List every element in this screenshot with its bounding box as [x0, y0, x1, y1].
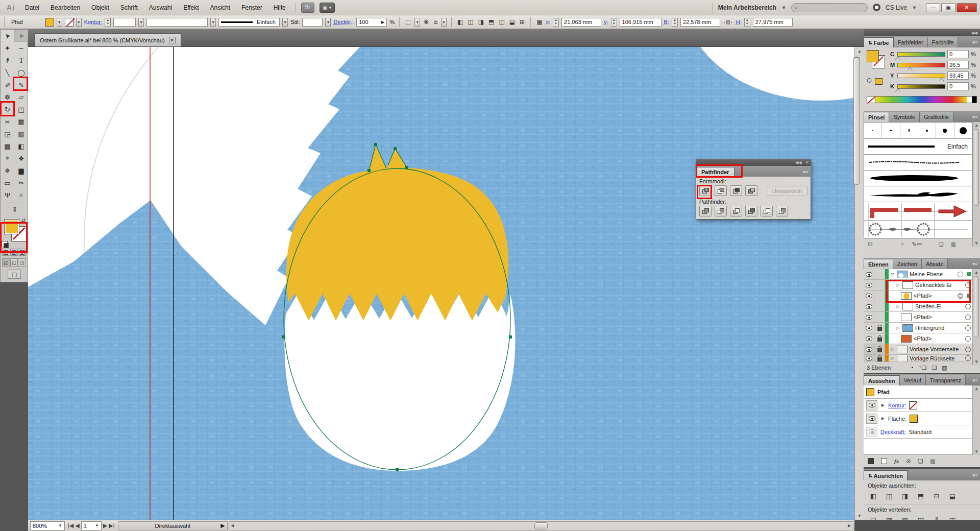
- default-fill-stroke-icon[interactable]: [2, 241, 8, 247]
- symbol-sprayer-tool[interactable]: ✵: [1, 164, 14, 177]
- spectrum-gradient[interactable]: [875, 96, 967, 103]
- delete-brush-icon[interactable]: ▥: [951, 241, 956, 248]
- layer-name[interactable]: Meine Ebene: [910, 271, 943, 277]
- tab-verlauf[interactable]: Verlauf: [900, 375, 926, 385]
- zoom-level-dropdown[interactable]: 800% ▼: [30, 521, 65, 530]
- opacity-label[interactable]: Deckkr.:: [333, 19, 354, 25]
- collapse-panel-icon[interactable]: ◀◀: [795, 160, 801, 165]
- layer-row-pfad-selected[interactable]: <Pfad>: [864, 291, 972, 301]
- horizontal-scroll-thumb[interactable]: [534, 522, 548, 529]
- layer-row-streifen-ei[interactable]: ▷ Streifen-Ei: [864, 301, 972, 312]
- x-field[interactable]: 21,063 mm: [561, 18, 601, 27]
- screen-mode-button[interactable]: ▢: [8, 270, 21, 279]
- color-spectrum-bar[interactable]: [867, 96, 977, 103]
- align-top-icon[interactable]: ⬒: [487, 18, 495, 26]
- menu-effekt[interactable]: Effekt: [179, 2, 203, 13]
- layer-name[interactable]: Vorlage Rückseite: [910, 355, 955, 361]
- target-icon[interactable]: [965, 347, 971, 352]
- visibility-toggle[interactable]: [866, 414, 877, 424]
- vertical-scrollbar[interactable]: ▲ ▼: [854, 47, 864, 520]
- layer-row-meine-ebene[interactable]: ▽ Meine Ebene: [864, 269, 972, 280]
- menu-hilfe[interactable]: Hilfe: [269, 2, 290, 13]
- eraser-tool[interactable]: ▱: [14, 91, 28, 103]
- status-menu-icon[interactable]: ▶: [220, 522, 225, 529]
- lock-toggle[interactable]: [874, 312, 885, 322]
- mesh-tool[interactable]: ▩: [1, 140, 14, 152]
- brush-item[interactable]: [864, 123, 882, 138]
- perspective-grid-tool[interactable]: ▦: [14, 128, 28, 140]
- expander-icon[interactable]: ▶: [880, 416, 885, 421]
- width-profile-dropdown[interactable]: ▼: [282, 18, 288, 27]
- tab-ausrichten[interactable]: ⇅ Ausrichten: [864, 470, 908, 480]
- direct-selection-tool[interactable]: ➤: [14, 30, 28, 42]
- free-transform-tool[interactable]: ▦: [14, 115, 28, 128]
- align-bottom-button[interactable]: ⬓: [947, 491, 958, 501]
- isolate-icon[interactable]: ⧈: [432, 18, 438, 26]
- type-tool[interactable]: T: [14, 54, 28, 66]
- tab-ebenen[interactable]: Ebenen: [864, 259, 893, 269]
- color-button[interactable]: [2, 249, 9, 256]
- tab-symbole[interactable]: Symbole: [889, 112, 920, 122]
- selection-chip[interactable]: [967, 294, 971, 298]
- duplicate-item-icon[interactable]: ❏: [918, 458, 923, 465]
- spectrum-none-swatch[interactable]: [867, 96, 875, 103]
- visibility-toggle[interactable]: [864, 291, 874, 301]
- stroke-none-swatch[interactable]: [909, 401, 917, 409]
- expand-button[interactable]: Umwandeln: [767, 186, 807, 196]
- tab-transparenz[interactable]: Transparenz: [926, 375, 966, 385]
- tab-absatz[interactable]: Absatz: [922, 259, 948, 269]
- new-stroke-icon[interactable]: [868, 458, 874, 464]
- stroke-color-swatch[interactable]: [65, 18, 74, 27]
- layer-name[interactable]: <Pfad>: [914, 335, 932, 342]
- isolate-dropdown[interactable]: ▼: [441, 18, 447, 27]
- appearance-fill-row[interactable]: ▶ Fläche:: [864, 412, 972, 425]
- menu-fenster[interactable]: Fenster: [237, 2, 267, 13]
- gradient-button[interactable]: [10, 249, 17, 256]
- select-similar-dropdown[interactable]: ▼: [414, 18, 420, 27]
- width-stepper[interactable]: ▲▼: [672, 18, 678, 27]
- fill-link[interactable]: Fläche:: [888, 416, 906, 422]
- tab-farbfelder[interactable]: Farbfelder: [894, 37, 928, 47]
- prev-artboard-icon[interactable]: ◀: [75, 522, 79, 529]
- target-icon[interactable]: [965, 282, 971, 288]
- visibility-toggle[interactable]: [864, 344, 874, 354]
- cs-live-menu[interactable]: CS Live: [886, 4, 907, 11]
- expander-icon[interactable]: ▷: [896, 283, 900, 287]
- visibility-toggle[interactable]: [864, 355, 874, 361]
- trim-button[interactable]: [715, 206, 727, 216]
- minus-front-button[interactable]: [715, 185, 727, 196]
- artboard-canvas[interactable]: [28, 47, 854, 520]
- delete-layer-icon[interactable]: ▥: [942, 365, 947, 371]
- brush-item[interactable]: [954, 123, 972, 138]
- tab-pathfinder[interactable]: Pathfinder: [696, 167, 734, 177]
- transform-reference-icon[interactable]: ▦: [535, 18, 543, 26]
- hand-tool[interactable]: Ψ: [1, 189, 14, 201]
- selection-chip[interactable]: [967, 272, 971, 276]
- yellow-slider[interactable]: [897, 74, 945, 78]
- opacity-link[interactable]: Deckkraft:: [880, 429, 906, 435]
- align-vcenter-button[interactable]: ⊟: [931, 491, 942, 501]
- rotate-tool[interactable]: ↻: [1, 103, 14, 115]
- appearance-opacity-row[interactable]: Deckkraft: Standard: [864, 425, 972, 439]
- document-tab[interactable]: Ostern Grußkarte.ai* bei 800 % (CMYK/Vor…: [34, 33, 181, 46]
- magenta-slider[interactable]: [897, 63, 945, 67]
- panel-menu-icon[interactable]: ▾≡: [970, 114, 980, 122]
- black-value[interactable]: 0: [947, 82, 969, 90]
- bridge-button[interactable]: Br: [301, 3, 314, 13]
- close-button[interactable]: ✕: [957, 3, 977, 12]
- target-icon[interactable]: [958, 272, 963, 277]
- y-field[interactable]: 106,915 mm: [620, 18, 662, 27]
- width-field[interactable]: 22,578 mm: [680, 18, 720, 27]
- menu-objekt[interactable]: Objekt: [87, 2, 114, 13]
- slice-tool[interactable]: ✂: [14, 177, 28, 189]
- brush-item[interactable]: [936, 123, 954, 138]
- layer-row-vorlage-vorderseite[interactable]: ▷ Vorlage Vorderseite: [864, 344, 972, 355]
- charcoal-brush-item[interactable]: [864, 155, 972, 171]
- menu-schrift[interactable]: Schrift: [116, 2, 142, 13]
- unite-button[interactable]: [699, 185, 712, 196]
- gradient-tool[interactable]: ◧: [14, 140, 28, 152]
- visibility-toggle[interactable]: [864, 280, 874, 290]
- tab-pinsel[interactable]: Pinsel: [864, 112, 889, 122]
- tab-farbe[interactable]: ⇅ Farbe: [864, 37, 894, 47]
- panel-grip[interactable]: [4, 17, 7, 27]
